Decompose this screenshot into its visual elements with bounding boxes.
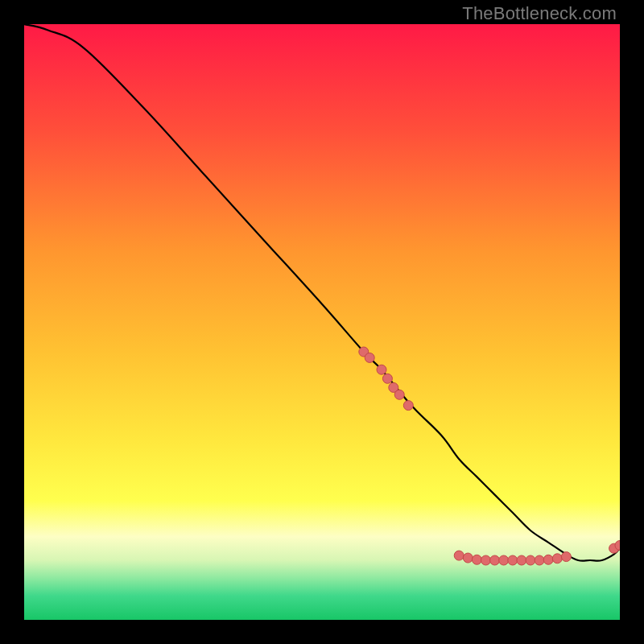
plot-svg (24, 24, 620, 620)
data-marker (517, 555, 526, 565)
chart-frame: TheBottleneck.com (0, 0, 644, 644)
data-marker (463, 553, 473, 563)
data-marker (561, 552, 571, 562)
data-marker (535, 555, 544, 565)
data-marker (508, 555, 518, 565)
plot-area (24, 24, 620, 620)
data-marker (543, 555, 553, 564)
data-marker (481, 555, 491, 565)
data-marker (365, 353, 374, 362)
data-marker (394, 390, 404, 399)
data-marker (552, 554, 562, 564)
data-marker (490, 555, 500, 565)
data-marker (403, 401, 413, 411)
watermark-text: TheBottleneck.com (462, 3, 617, 24)
data-marker (382, 374, 392, 383)
data-marker (499, 555, 509, 565)
data-marker (526, 555, 535, 565)
data-marker (454, 551, 464, 560)
data-marker (377, 365, 386, 374)
data-marker (472, 555, 481, 564)
